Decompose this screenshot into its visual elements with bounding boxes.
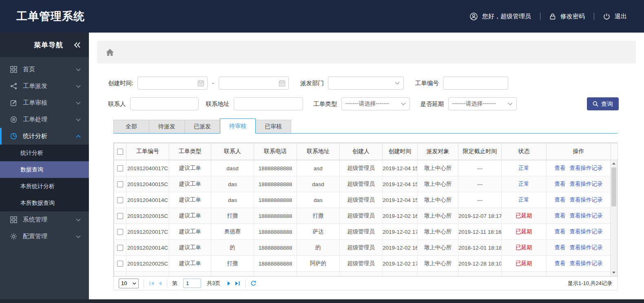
creator-cell: 超级管理员	[340, 208, 383, 224]
view-log-link[interactable]: 查看操作记录	[570, 197, 603, 203]
pager-divider	[144, 279, 144, 288]
view-link[interactable]: 查看	[555, 165, 566, 171]
user-greeting[interactable]: 您好，超级管理员	[470, 13, 531, 20]
change-password-button[interactable]: 修改密码	[549, 13, 585, 20]
scrollbar-spacer	[611, 143, 618, 160]
sidebar-item-工单审核[interactable]: 工单审核	[0, 94, 89, 111]
creator-cell: 超级管理员	[340, 160, 383, 176]
view-link[interactable]: 查看	[555, 260, 566, 266]
sidebar-subitem-数据查询[interactable]: 数据查询	[0, 161, 89, 178]
share-icon	[10, 83, 18, 90]
view-log-link[interactable]: 查看操作记录	[570, 213, 603, 219]
contact-cell: 奥德赛	[211, 224, 254, 240]
tab-已审核[interactable]: 已审核	[255, 120, 291, 133]
sidebar-subitem-本所统计分析[interactable]: 本所统计分析	[0, 178, 89, 195]
view-log-link[interactable]: 查看操作记录	[570, 165, 603, 171]
sidebar-title: 菜单导航	[34, 40, 63, 50]
tab-待派发[interactable]: 待派发	[149, 120, 185, 133]
next-page-button[interactable]	[227, 281, 232, 286]
first-page-button[interactable]	[149, 281, 155, 286]
row-checkbox[interactable]	[117, 165, 123, 171]
order-type-placeholder: -------请选择-------	[345, 100, 389, 108]
order-type-cell: 建议工单	[169, 192, 211, 208]
view-link[interactable]: 查看	[555, 213, 566, 219]
grid-icon	[10, 216, 18, 224]
chevron-down-icon	[76, 118, 81, 121]
order-type-select[interactable]: -------请选择-------	[341, 97, 410, 110]
row-select-cell	[114, 224, 126, 240]
actions-cell: 查看查看操作记录	[547, 240, 611, 256]
dispatch-dept-select[interactable]	[328, 77, 404, 90]
search-button[interactable]: 查询	[587, 97, 619, 110]
view-link[interactable]: 查看	[555, 228, 566, 235]
create-time-end-input[interactable]	[219, 77, 289, 90]
row-checkbox[interactable]	[117, 245, 123, 251]
sidebar-item-配置管理[interactable]: 配置管理	[0, 228, 89, 245]
table-row-partial	[114, 272, 611, 277]
sidebar-subitem-统计分析[interactable]: 统计分析	[0, 145, 89, 161]
home-icon[interactable]	[106, 49, 114, 56]
tab-待审核[interactable]: 待审核	[220, 119, 256, 134]
column-header-工单类型: 工单类型	[169, 143, 211, 160]
collapse-sidebar-icon[interactable]	[74, 42, 81, 48]
last-page-button[interactable]	[235, 281, 240, 286]
page-size-select[interactable]: 10	[119, 279, 139, 288]
create-time-cell: 2019-12-02 17	[383, 224, 418, 240]
chevron-down-icon	[401, 102, 406, 105]
contact-input[interactable]	[130, 97, 199, 110]
dispatch-target-cell: 墩上中心所	[418, 192, 458, 208]
column-header-状态: 状态	[502, 143, 547, 160]
view-log-link[interactable]: 查看操作记录	[570, 181, 603, 187]
order-no-cell: 201912040017C	[126, 160, 169, 176]
row-checkbox[interactable]	[117, 213, 123, 219]
row-checkbox[interactable]	[117, 229, 123, 235]
prev-page-button[interactable]	[157, 281, 162, 286]
sidebar-item-统计分析[interactable]: 统计分析	[0, 128, 89, 145]
sidebar-item-工单派发[interactable]: 工单派发	[0, 78, 89, 94]
tab-已派发[interactable]: 已派发	[184, 120, 220, 133]
scroll-up-icon[interactable]	[611, 160, 617, 167]
row-select-cell	[114, 160, 126, 176]
user-greeting-label: 您好，超级管理员	[482, 13, 531, 20]
sidebar-item-系统管理[interactable]: 系统管理	[0, 211, 89, 228]
view-link[interactable]: 查看	[555, 244, 566, 250]
row-checkbox[interactable]	[117, 197, 123, 203]
actions-cell: 查看查看操作记录	[547, 192, 611, 208]
page-size-value: 10	[121, 280, 127, 286]
creator-cell: 超级管理员	[340, 256, 383, 272]
view-log-link[interactable]: 查看操作记录	[570, 228, 603, 235]
sidebar-item-label: 工单处理	[23, 116, 76, 123]
view-log-link[interactable]: 查看操作记录	[570, 244, 603, 250]
row-checkbox[interactable]	[117, 181, 123, 187]
refresh-icon[interactable]	[250, 280, 257, 286]
sidebar-item-首页[interactable]: 首页	[0, 61, 89, 78]
gear-icon	[10, 233, 18, 240]
view-log-link[interactable]: 查看操作记录	[570, 260, 603, 266]
row-select-cell	[114, 240, 126, 256]
chevron-down-icon	[76, 101, 81, 105]
phone-cell: 18888888888	[254, 160, 297, 176]
page-number-input[interactable]	[183, 279, 201, 288]
delay-select[interactable]: -------请选择-------	[448, 97, 517, 110]
chevron-down-icon	[76, 235, 81, 238]
address-input[interactable]	[234, 97, 303, 110]
view-link[interactable]: 查看	[555, 197, 566, 203]
logout-button[interactable]: 退出	[603, 13, 627, 20]
search-icon	[593, 101, 598, 107]
column-header-联系电话: 联系电话	[254, 143, 297, 160]
page: 工单管理系统 您好，超级管理员 修改密码 退出	[0, 0, 644, 303]
row-checkbox[interactable]	[117, 261, 123, 267]
deadline-cell: 2018-12-01 18:18	[458, 240, 502, 256]
scroll-down-icon[interactable]	[611, 269, 617, 276]
table-scrollbar[interactable]	[610, 160, 617, 276]
create-time-start-input[interactable]	[137, 77, 208, 90]
tab-全部[interactable]: 全部	[113, 120, 149, 133]
select-all-checkbox[interactable]	[117, 149, 123, 155]
sidebar-item-工单处理[interactable]: 工单处理	[0, 111, 89, 128]
contact-cell: 的	[211, 240, 254, 256]
filter-form: 创建时间: - 派发部门	[108, 77, 619, 110]
order-no-input[interactable]	[443, 77, 508, 90]
view-link[interactable]: 查看	[555, 181, 566, 187]
scrollbar-thumb[interactable]	[611, 167, 616, 206]
sidebar-subitem-本所数据查询[interactable]: 本所数据查询	[0, 195, 89, 211]
